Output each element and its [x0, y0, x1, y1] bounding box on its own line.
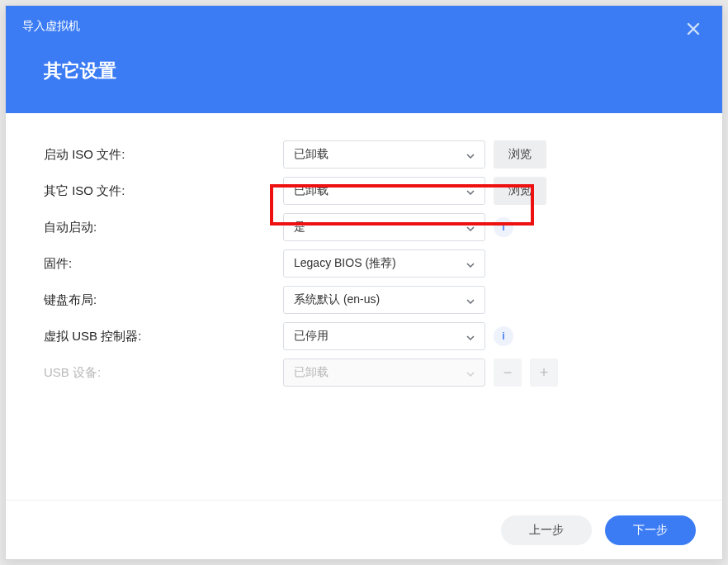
select-other-iso[interactable]: 已卸载 [283, 177, 485, 205]
caret-icon [466, 257, 475, 270]
select-keyboard[interactable]: 系统默认 (en-us) [283, 286, 485, 314]
label-usb-device: USB 设备: [44, 365, 283, 381]
caret-icon [466, 366, 475, 379]
browse-other-iso-button[interactable]: 浏览 [494, 177, 546, 205]
select-firmware-value: Legacy BIOS (推荐) [294, 256, 396, 271]
select-boot-iso-value: 已卸载 [294, 147, 329, 162]
select-other-iso-value: 已卸载 [294, 183, 329, 198]
next-button[interactable]: 下一步 [605, 515, 696, 545]
caret-icon [466, 293, 475, 306]
select-usb-device-value: 已卸载 [294, 365, 329, 380]
page-title: 其它设置 [6, 34, 722, 83]
select-keyboard-value: 系统默认 (en-us) [294, 292, 380, 307]
label-usb-controller: 虚拟 USB 控制器: [44, 329, 283, 344]
select-firmware[interactable]: Legacy BIOS (推荐) [283, 249, 485, 278]
label-other-iso: 其它 ISO 文件: [44, 183, 283, 199]
add-usb-button: + [530, 358, 558, 387]
label-boot-iso: 启动 ISO 文件: [44, 147, 283, 163]
select-usb-controller-value: 已停用 [294, 329, 329, 344]
select-usb-device: 已卸载 [283, 358, 485, 387]
select-usb-controller[interactable]: 已停用 [283, 322, 485, 350]
row-other-iso: 其它 ISO 文件: 已卸载 浏览 [44, 173, 684, 209]
browse-boot-iso-button[interactable]: 浏览 [494, 140, 546, 169]
select-boot-iso[interactable]: 已卸载 [283, 140, 485, 169]
modal-header: 导入虚拟机 其它设置 [6, 6, 722, 113]
modal-body: 启动 ISO 文件: 已卸载 浏览 其它 ISO 文件: 已卸载 [6, 113, 722, 500]
remove-usb-button: − [494, 358, 522, 387]
row-keyboard: 键盘布局: 系统默认 (en-us) [44, 282, 684, 318]
info-icon[interactable]: i [494, 326, 513, 346]
close-button[interactable] [683, 19, 704, 40]
label-keyboard: 键盘布局: [44, 292, 283, 308]
caret-icon [466, 184, 475, 197]
breadcrumb: 导入虚拟机 [6, 6, 722, 34]
select-autostart-value: 是 [294, 220, 305, 235]
caret-icon [466, 330, 475, 343]
back-button[interactable]: 上一步 [501, 515, 592, 545]
row-boot-iso: 启动 ISO 文件: 已卸载 浏览 [44, 136, 684, 173]
modal-footer: 上一步 下一步 [6, 500, 722, 559]
row-usb-device: USB 设备: 已卸载 − + [44, 354, 684, 391]
import-vm-modal: 导入虚拟机 其它设置 启动 ISO 文件: 已卸载 浏览 其它 [5, 5, 723, 560]
close-icon [687, 19, 700, 40]
label-firmware: 固件: [44, 256, 283, 272]
label-autostart: 自动启动: [44, 220, 283, 235]
select-autostart[interactable]: 是 [283, 213, 485, 241]
row-firmware: 固件: Legacy BIOS (推荐) [44, 245, 684, 282]
caret-icon [466, 221, 475, 234]
row-autostart: 自动启动: 是 i [44, 209, 684, 245]
info-icon[interactable]: i [494, 217, 513, 237]
caret-icon [466, 148, 475, 161]
row-usb-controller: 虚拟 USB 控制器: 已停用 i [44, 318, 684, 354]
